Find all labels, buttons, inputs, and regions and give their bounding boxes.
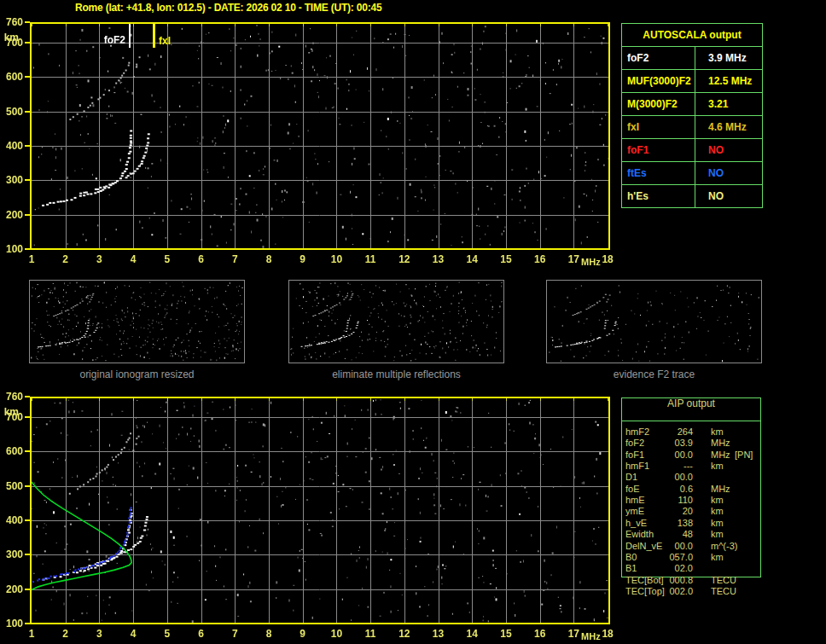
thumbnail-caption-evidence: evidence F2 trace	[546, 368, 762, 380]
aip-cell: D1	[625, 472, 637, 482]
aip-row-hve: h_vE138km	[621, 518, 761, 529]
aip-cell: TECU	[711, 575, 736, 585]
aip-cell: foF2	[625, 438, 644, 448]
aip-row-foe: foE0.6MHz	[621, 484, 761, 495]
aip-output-table: AIP output hmF2264kmfoF203.9MHzfoF100.0M…	[621, 397, 761, 602]
aip-cell: m^(-3)	[711, 541, 737, 551]
aip-cell: 20	[645, 506, 693, 516]
aip-cell: 000.8	[645, 575, 693, 585]
aip-row-hme: hmE110km	[621, 495, 761, 506]
aip-cell: [PN]	[735, 450, 753, 460]
aip-cell: MHz	[711, 450, 730, 460]
aip-cell: 0.6	[645, 484, 693, 494]
aip-row-ewidth: Ewidth48km	[621, 529, 761, 540]
aip-row-yme: ymE20km	[621, 506, 761, 517]
station-date-time-title: Rome (lat: +41.8, lon: 012.5) - DATE: 20…	[75, 2, 553, 14]
aip-cell: km	[711, 495, 724, 505]
bottom-profile-plot-canvas	[0, 391, 619, 644]
aip-cell: 00.0	[645, 450, 693, 460]
aip-row-delnve: DelN_vE00.0m^(-3)	[621, 541, 761, 552]
autoscala-app-window: { "title": "Rome (lat: +41.8, lon: 012.5…	[0, 0, 826, 644]
aip-row-b0: B0057.0km	[621, 552, 761, 563]
thumbnail-caption-eliminate: eliminate multiple reflections	[288, 368, 504, 380]
aip-row-b1: B102.0	[621, 563, 761, 574]
aip-cell: ---	[645, 461, 693, 471]
aip-table-header: AIP output	[621, 397, 761, 421]
aip-cell: 057.0	[645, 552, 693, 562]
aip-cell: 138	[645, 518, 693, 528]
aip-cell: km	[711, 529, 724, 539]
aip-cell: foE	[625, 484, 640, 494]
aip-cell: B0	[625, 552, 637, 562]
thumbnail-evidence-f2-trace	[546, 280, 762, 365]
autoscala-row-ftEs: ftEs NO	[622, 162, 762, 185]
autoscala-row-foF2: foF2 3.9 MHz	[622, 47, 762, 70]
aip-cell: MHz	[711, 438, 730, 448]
aip-cell: h_vE	[625, 518, 647, 528]
autoscala-row-muf3000f2: MUF(3000)F2 12.5 MHz	[622, 70, 762, 93]
aip-row-d1: D100.0	[621, 472, 761, 483]
aip-row-hmf2: hmF2264km	[621, 426, 761, 438]
aip-cell: 00.0	[645, 472, 693, 482]
thumbnail-eliminate-reflections	[288, 280, 504, 365]
aip-cell: km	[711, 518, 724, 528]
aip-cell: 02.0	[645, 563, 693, 573]
autoscala-row-fxI: fxI 4.6 MHz	[622, 116, 762, 139]
aip-cell: 264	[645, 426, 693, 437]
aip-cell: hmE	[625, 495, 645, 505]
aip-cell: km	[711, 552, 724, 562]
autoscala-table-header: AUTOSCALA output	[622, 24, 762, 47]
aip-row-tectop: TEC[Top]002.0TECU	[621, 586, 761, 597]
aip-cell: foF1	[625, 450, 644, 460]
aip-cell: 110	[645, 495, 693, 505]
aip-row-fof1: foF100.0MHz[PN]	[621, 450, 761, 461]
aip-cell: TECU	[711, 586, 736, 596]
aip-cell: ymE	[625, 506, 644, 516]
top-ionogram-plot-canvas	[0, 15, 619, 271]
thumbnail-original-ionogram	[29, 280, 245, 365]
aip-cell: 002.0	[645, 586, 693, 596]
aip-row-fof2: foF203.9MHz	[621, 438, 761, 449]
thumbnail-caption-original: original ionogram resized	[29, 368, 245, 380]
aip-cell: 00.0	[645, 541, 693, 551]
aip-cell: 03.9	[645, 438, 693, 448]
aip-cell: km	[711, 506, 724, 516]
autoscala-row-foF1: foF1 NO	[622, 139, 762, 162]
aip-cell: B1	[625, 563, 637, 573]
aip-cell: 48	[645, 529, 693, 539]
autoscala-row-hEs: h'Es NO	[622, 185, 762, 207]
aip-cell: MHz	[711, 484, 730, 494]
aip-cell: km	[711, 461, 724, 471]
aip-row-hmf1: hmF1---km	[621, 461, 761, 472]
autoscala-output-table: AUTOSCALA output foF2 3.9 MHz MUF(3000)F…	[621, 23, 763, 208]
aip-row-tecbot: TEC[Bot]000.8TECU	[621, 575, 761, 586]
aip-cell: km	[711, 426, 724, 437]
autoscala-row-m3000f2: M(3000)F2 3.21	[622, 93, 762, 116]
